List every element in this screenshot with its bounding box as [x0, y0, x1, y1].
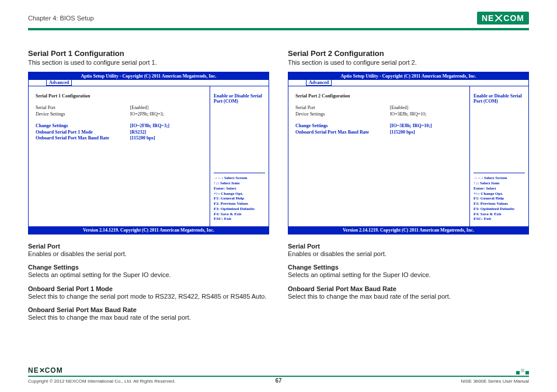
description-text: Enables or disables the serial port.: [288, 250, 529, 258]
page-number: 67: [275, 377, 281, 384]
section-heading: Serial Port 1 Configuration: [28, 49, 269, 58]
description-title: Change Settings: [28, 264, 269, 271]
footer-marks-icon: [516, 371, 529, 374]
footer-copyright: Copyright © 2012 NEXCOM International Co…: [28, 379, 176, 384]
section-subtext: This section is used to configure serial…: [288, 59, 529, 66]
bios-help-text: Enable or Disable Serial Port (COM): [474, 93, 525, 104]
section-heading: Serial Port 2 Configuration: [288, 49, 529, 58]
description-text: Select this to change the max baud rate …: [288, 292, 529, 300]
description-block: Serial Port Enables or disables the seri…: [288, 243, 529, 258]
page-footer: NE✕COM Copyright © 2012 NEXCOM Internati…: [28, 366, 529, 384]
bios-help-pane: Enable or Disable Serial Port (COM) →←: …: [470, 86, 528, 226]
chapter-title: Chapter 4: BIOS Setup: [28, 15, 94, 22]
description-title: Onboard Serial Port Max Baud Rate: [28, 306, 269, 313]
description-title: Serial Port: [28, 243, 269, 250]
page-header: Chapter 4: BIOS Setup NE COM: [28, 12, 529, 24]
section-subtext: This section is used to configure serial…: [28, 59, 269, 66]
description-block: Onboard Serial Port Max Baud Rate Select…: [28, 306, 269, 321]
description-text: Selects an optimal setting for the Super…: [288, 271, 529, 279]
bios-settings-pane: Serial Port 2 ConfigurationSerial Port[E…: [288, 86, 470, 226]
bios-settings-pane: Serial Port 1 ConfigurationSerial Port[E…: [29, 86, 210, 226]
bios-tab: Advanced: [29, 80, 269, 86]
description-text: Selects an optimal setting for the Super…: [28, 271, 269, 279]
bios-screenshot: Aptio Setup Utility - Copyright (C) 2011…: [288, 72, 529, 235]
description-block: Onboard Serial Port Max Baud Rate Select…: [288, 285, 529, 300]
bios-footer: Version 2.14.1219. Copyright (C) 2011 Am…: [288, 226, 528, 234]
bios-key-legend: →←: Select Screen↑↓: Select ItemEnter: S…: [214, 176, 265, 222]
description-block: Onboard Serial Port 1 Mode Select this t…: [28, 285, 269, 300]
bios-screenshot: Aptio Setup Utility - Copyright (C) 2011…: [28, 72, 269, 235]
description-text: Enables or disables the serial port.: [28, 250, 269, 258]
bios-key-legend: →←: Select Screen↑↓: Select ItemEnter: S…: [474, 176, 525, 222]
footer-manual-name: NISE 3600E Series User Manual: [461, 379, 530, 384]
description-block: Change Settings Selects an optimal setti…: [288, 264, 529, 279]
description-text: Select this to change the max baud rate …: [28, 313, 269, 321]
bios-titlebar: Aptio Setup Utility - Copyright (C) 2011…: [288, 72, 528, 80]
bios-help-text: Enable or Disable Serial Port (COM): [214, 93, 265, 104]
footer-logo: NE✕COM: [28, 366, 63, 374]
description-block: Serial Port Enables or disables the seri…: [28, 243, 269, 258]
description-title: Onboard Serial Port 1 Mode: [28, 285, 269, 292]
logo-x-icon: [495, 14, 503, 22]
bios-footer: Version 2.14.1219. Copyright (C) 2011 Am…: [29, 226, 269, 234]
right-column: Serial Port 2 Configuration This section…: [288, 49, 529, 327]
bios-titlebar: Aptio Setup Utility - Copyright (C) 2011…: [29, 72, 269, 80]
description-text: Select this to change the serial port mo…: [28, 292, 269, 300]
bios-tab: Advanced: [288, 80, 528, 86]
bios-help-pane: Enable or Disable Serial Port (COM) →←: …: [210, 86, 269, 226]
footer-divider: [28, 376, 529, 377]
logo-text-post: COM: [503, 13, 524, 23]
left-column: Serial Port 1 Configuration This section…: [28, 49, 269, 327]
description-title: Onboard Serial Port Max Baud Rate: [288, 285, 529, 292]
description-block: Change Settings Selects an optimal setti…: [28, 264, 269, 279]
header-divider: [28, 28, 529, 30]
description-title: Serial Port: [288, 243, 529, 250]
logo-text-pre: NE: [482, 13, 494, 23]
nexcom-logo: NE COM: [477, 12, 529, 24]
description-title: Change Settings: [288, 264, 529, 271]
